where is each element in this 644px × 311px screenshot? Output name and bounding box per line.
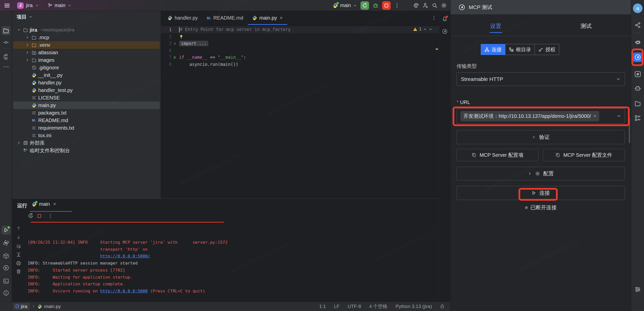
chevron-up-icon[interactable] xyxy=(423,27,427,31)
segment-root-directory[interactable]: 根目录 xyxy=(505,44,535,55)
files-tool-button[interactable] xyxy=(634,100,641,107)
project-tool-button[interactable] xyxy=(2,26,11,35)
panel-scrollbar-thumb[interactable] xyxy=(629,118,630,143)
indent-widget[interactable]: 4 个空格 xyxy=(369,303,387,310)
segment-authorization[interactable]: 授权 xyxy=(535,44,559,55)
console-link[interactable]: http://0.0.0.0:5000 xyxy=(100,289,148,293)
unlocked-icon[interactable] xyxy=(440,304,445,309)
fold-chevron-icon[interactable] xyxy=(173,42,177,45)
tab-handler-py[interactable]: handler.py xyxy=(163,11,202,25)
problems-tool-button[interactable] xyxy=(3,290,9,296)
commit-tool-button[interactable] xyxy=(3,39,9,45)
tree-item-file[interactable]: LICENSE xyxy=(13,94,160,101)
tab-settings[interactable]: 设置 xyxy=(451,21,541,34)
soft-wrap-button[interactable] xyxy=(16,244,21,249)
rerun-button[interactable] xyxy=(360,1,369,10)
stop-button-annotated[interactable] xyxy=(382,1,391,10)
mcp-test-tool-button[interactable] xyxy=(633,53,642,62)
run-tool-button[interactable] xyxy=(2,226,11,235)
encoding-widget[interactable]: UTF-8 xyxy=(348,304,361,309)
avatar[interactable]: a xyxy=(633,4,642,13)
run-config-selector[interactable]: main xyxy=(333,3,357,8)
caret-position-widget[interactable]: 1:1 xyxy=(319,304,326,309)
mcp-strip-button[interactable] xyxy=(442,29,448,34)
tree-item-folder[interactable]: images xyxy=(13,56,160,64)
tree-item-folder-selected[interactable]: .venv xyxy=(13,41,160,49)
services-tool-button[interactable] xyxy=(3,265,9,271)
connect-button[interactable]: 连接 xyxy=(457,186,625,200)
settings-sliders-button[interactable] xyxy=(635,286,641,292)
python-packages-button[interactable] xyxy=(3,253,9,259)
mcp-server-config-items-button[interactable]: MCP Server 配置项 xyxy=(457,149,539,161)
mcp-server-config-file-button[interactable]: MCP Server 配置文件 xyxy=(543,149,625,161)
stop-console-button[interactable] xyxy=(37,213,42,219)
tree-item-file-selected[interactable]: main.py xyxy=(13,101,160,109)
print-button[interactable] xyxy=(16,261,21,266)
tree-item-file[interactable]: M↓ README.md xyxy=(13,117,160,124)
tab-main-py[interactable]: main.py × xyxy=(248,11,287,25)
intention-bulb-icon[interactable] xyxy=(179,34,183,39)
project-panel-header[interactable]: 项目 xyxy=(12,11,161,23)
url-chip[interactable]: 开发测试环境：http://10.10.13.137/app/demo-1/ji… xyxy=(460,111,599,121)
tree-item-external-libraries[interactable]: 外部库 xyxy=(13,139,160,147)
console-output[interactable]: [09/26/25 11:32:04] INFO Starting MCP se… xyxy=(28,239,437,300)
search-everywhere-button[interactable] xyxy=(432,3,437,8)
console-up-button[interactable] xyxy=(16,226,21,231)
folded-imports[interactable]: import ... xyxy=(179,41,208,46)
tree-item-file[interactable]: tox.ini xyxy=(13,132,160,139)
scroll-to-end-button[interactable] xyxy=(16,252,21,257)
list-tool-button[interactable] xyxy=(634,115,641,121)
close-tab-icon[interactable]: × xyxy=(280,15,283,21)
tree-item-file[interactable]: handler.py xyxy=(13,79,160,86)
more-actions-button[interactable] xyxy=(394,3,400,8)
more-tools-button[interactable] xyxy=(3,64,9,70)
tree-item-folder[interactable]: atlassian xyxy=(13,49,160,56)
notifications-button[interactable] xyxy=(442,16,448,22)
breadcrumb-file[interactable]: main.py xyxy=(37,304,61,309)
verify-button[interactable]: 验证 xyxy=(457,130,625,144)
vcs-widget[interactable]: main xyxy=(48,3,71,8)
tree-item-folder[interactable]: .mcp xyxy=(13,34,160,41)
terminal-tool-button[interactable] xyxy=(3,278,9,284)
tree-item-scratches[interactable]: 临时文件和控制台 xyxy=(13,147,160,154)
chevron-down-icon[interactable] xyxy=(429,27,432,31)
inspection-widget[interactable]: 1 xyxy=(413,27,432,31)
remove-chip-icon[interactable]: × xyxy=(593,113,596,119)
debug-button[interactable] xyxy=(373,3,379,9)
rerun-console-button[interactable] xyxy=(28,213,34,219)
python-console-button[interactable] xyxy=(3,240,9,246)
console-link[interactable]: http://0.0.0.0:5000/ xyxy=(100,254,150,258)
url-select[interactable]: 开发测试环境：http://10.10.13.137/app/demo-1/ji… xyxy=(457,109,625,124)
console-more-button[interactable] xyxy=(48,213,53,218)
tab-test[interactable]: 测试 xyxy=(541,21,631,34)
tree-item-file[interactable]: packages.txt xyxy=(13,109,160,117)
coil-tool-button[interactable] xyxy=(634,39,641,45)
interpreter-widget[interactable]: Python 3.13 (jira) xyxy=(395,304,432,309)
tab-bar-more-button[interactable] xyxy=(431,16,436,21)
run-line-icon[interactable] xyxy=(173,56,177,59)
config-button[interactable]: 配置 xyxy=(457,167,625,180)
tree-item-file[interactable]: __init__.py xyxy=(13,71,160,79)
settings-button[interactable] xyxy=(441,3,447,8)
line-separator-widget[interactable]: LF xyxy=(334,304,339,309)
share-button[interactable] xyxy=(635,22,641,28)
tree-item-root[interactable]: jira ~/workspace/jira xyxy=(13,26,160,34)
structure-tool-button[interactable] xyxy=(3,54,9,60)
tab-readme-md[interactable]: M↓ README.md xyxy=(202,11,248,25)
breadcrumb-project[interactable]: jira xyxy=(13,303,30,310)
clear-console-button[interactable] xyxy=(16,269,21,274)
tree-item-file[interactable]: handler_test.py xyxy=(13,86,160,94)
project-widget[interactable]: J jira xyxy=(17,2,39,9)
code-editor[interactable]: 1 # Entry Point for mcp server in mcp_fa… xyxy=(161,25,439,198)
ai-assistant-button[interactable] xyxy=(413,3,419,8)
ai-robot-tool-button[interactable] xyxy=(634,85,641,92)
run-tab-main[interactable]: main × xyxy=(32,201,56,207)
console-down-button[interactable] xyxy=(16,235,21,240)
link-tool-button[interactable] xyxy=(634,71,641,77)
tree-item-file[interactable]: .gitignore xyxy=(13,64,160,71)
code-with-me-button[interactable] xyxy=(423,3,428,8)
main-menu-button[interactable] xyxy=(4,3,10,9)
close-tab-icon[interactable]: × xyxy=(53,201,56,207)
tree-item-file[interactable]: requirements.txt xyxy=(13,124,160,132)
segment-connect[interactable]: 连接 xyxy=(481,44,505,55)
